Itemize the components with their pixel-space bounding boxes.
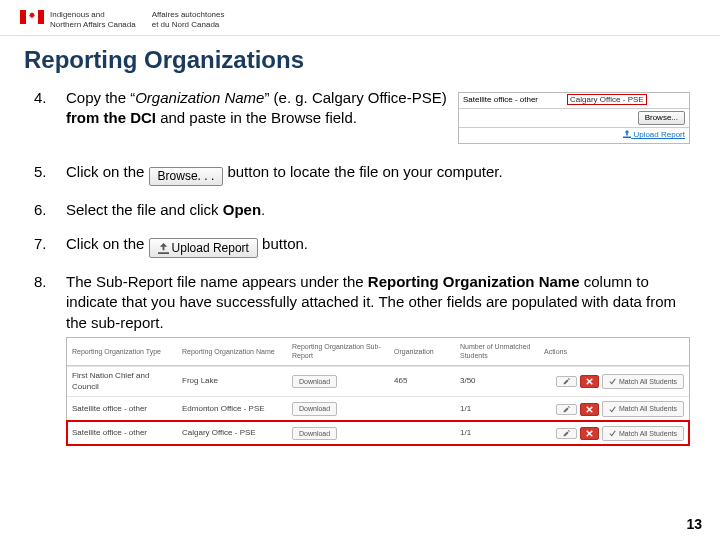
delete-button [580,403,599,416]
page-number: 13 [686,516,702,532]
edit-button [556,404,577,415]
step-4: 4. Satellite office - otherCalgary Offic… [34,88,690,144]
step-5: 5. Click on the Browse. . . button to lo… [34,162,690,185]
gov-header: Indigenous andNorthern Affairs Canada Af… [0,0,720,36]
step-number: 7. [34,234,66,254]
dept-name-en: Indigenous andNorthern Affairs Canada [50,10,136,31]
canada-flag-icon [20,10,44,24]
delete-button [580,427,599,440]
step-number: 5. [34,162,66,182]
edit-button [556,428,577,439]
results-table-screenshot: Reporting Organization Type Reporting Or… [66,337,690,446]
match-all-button: Match All Students [602,426,684,441]
match-all-button: Match All Students [602,374,684,389]
table-row: First Nation Chief and CouncilFrog LakeD… [67,366,689,397]
upload-link-mini: Upload Report [623,130,685,139]
browse-button: Browse. . . [149,167,224,185]
org-name-highlight: Calgary Office - PSE [567,94,647,105]
table-header: Reporting Organization Type Reporting Or… [67,338,689,366]
step-6: 6. Select the file and click Open. [34,200,690,220]
maple-leaf-icon [28,12,36,22]
step-number: 6. [34,200,66,220]
edit-button [556,376,577,387]
table-row: Satellite office - otherCalgary Office -… [67,421,689,445]
download-button: Download [292,402,337,415]
step-7: 7. Click on the Upload Report button. [34,234,690,258]
browse-button-mini: Browse... [638,111,685,126]
step-number: 4. [34,88,66,108]
download-button: Download [292,375,337,388]
upload-icon [158,243,169,254]
step-8: 8. The Sub-Report file name appears unde… [34,272,690,446]
dept-name-fr: Affaires autochtoneset du Nord Canada [152,10,225,31]
download-button: Download [292,427,337,440]
page-title: Reporting Organizations [0,36,720,88]
table-row: Satellite office - otherEdmonton Office … [67,396,689,420]
step-number: 8. [34,272,66,292]
delete-button [580,375,599,388]
upload-report-button: Upload Report [149,238,258,258]
browse-screenshot: Satellite office - otherCalgary Office -… [458,92,690,144]
match-all-button: Match All Students [602,401,684,416]
